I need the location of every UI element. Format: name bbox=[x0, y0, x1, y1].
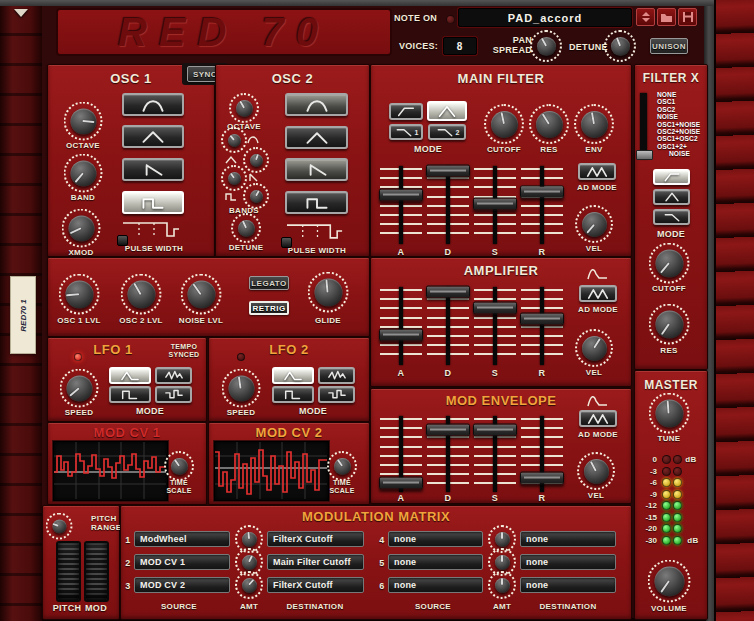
main-filter-cutoff-knob[interactable] bbox=[484, 104, 524, 144]
matrix-destination-select[interactable]: Main Filter Cutoff bbox=[267, 554, 364, 570]
matrix-source-select[interactable]: MOD CV 2 bbox=[134, 577, 230, 593]
lfo2-mode-triangle-button[interactable] bbox=[272, 367, 314, 384]
main-filter-mode-lowpass2-button[interactable]: 2 bbox=[428, 124, 466, 140]
slider-handle[interactable] bbox=[473, 302, 517, 315]
matrix-destination-select[interactable]: none bbox=[520, 554, 616, 570]
main-filter-ad-mode-button[interactable] bbox=[578, 163, 616, 180]
slider-handle[interactable] bbox=[473, 197, 517, 210]
lfo1-mode-square-button[interactable] bbox=[109, 386, 151, 403]
preset-spinner-button[interactable] bbox=[636, 8, 655, 26]
osc2-level-knob[interactable] bbox=[121, 274, 162, 315]
mod-wheel[interactable] bbox=[84, 541, 109, 602]
osc2-wave-saw-button[interactable] bbox=[285, 158, 348, 181]
osc1-xmod-knob[interactable] bbox=[62, 209, 101, 248]
main-filter-mode-lowpass1-button[interactable]: 1 bbox=[389, 124, 423, 140]
matrix-destination-select[interactable]: none bbox=[520, 531, 616, 547]
amp-attack-slider[interactable] bbox=[378, 289, 424, 363]
main-filter-attack-slider[interactable] bbox=[378, 168, 424, 242]
slider-handle[interactable] bbox=[379, 328, 423, 341]
mod-cv1-time-scale-knob[interactable] bbox=[164, 451, 194, 481]
main-filter-mode-highpass-button[interactable] bbox=[389, 103, 423, 120]
pitch-range-knob[interactable] bbox=[46, 513, 73, 540]
osc1-wave-saw-button[interactable] bbox=[122, 158, 184, 181]
menu-dropdown-icon[interactable] bbox=[14, 9, 28, 17]
mod-envelope-ad-mode-button[interactable] bbox=[579, 410, 617, 427]
mod-cv2-time-scale-knob[interactable] bbox=[327, 451, 357, 481]
matrix-destination-select[interactable]: none bbox=[520, 577, 616, 593]
osc1-wave-sine-button[interactable] bbox=[122, 93, 184, 116]
lfo1-mode-step-button[interactable] bbox=[155, 386, 192, 403]
matrix-source-select[interactable]: ModWheel bbox=[134, 531, 230, 547]
slider-handle[interactable] bbox=[379, 476, 423, 489]
main-filter-mode-bandpass-button[interactable] bbox=[427, 101, 467, 121]
unison-button[interactable]: UNISON bbox=[650, 38, 688, 54]
main-filter-env-knob[interactable] bbox=[574, 104, 614, 144]
mod-env-decay-slider[interactable] bbox=[425, 418, 471, 490]
filter-x-cutoff-knob[interactable] bbox=[649, 243, 690, 284]
matrix-destination-select[interactable]: FilterX Cutoff bbox=[267, 577, 364, 593]
filter-x-mode-bandpass-button[interactable] bbox=[653, 189, 690, 205]
amplifier-vel-knob[interactable] bbox=[575, 329, 613, 367]
slider-handle[interactable] bbox=[426, 423, 470, 436]
mod-env-release-slider[interactable] bbox=[519, 418, 565, 490]
noise-level-knob[interactable] bbox=[181, 274, 222, 315]
slider-handle[interactable] bbox=[520, 185, 564, 198]
lfo2-mode-step-button[interactable] bbox=[318, 386, 355, 403]
lfo1-mode-triangle-button[interactable] bbox=[109, 367, 151, 384]
matrix-source-select[interactable]: none bbox=[388, 531, 483, 547]
matrix-destination-select[interactable]: FilterX Cutoff bbox=[267, 531, 364, 547]
glide-knob[interactable] bbox=[308, 272, 349, 313]
lfo2-mode-random-button[interactable] bbox=[318, 367, 355, 384]
filter-x-mode-highpass-button[interactable] bbox=[653, 169, 690, 185]
filter-x-res-knob[interactable] bbox=[649, 304, 690, 345]
matrix-source-select[interactable]: none bbox=[388, 577, 483, 593]
master-volume-knob[interactable] bbox=[648, 560, 691, 603]
master-tune-knob[interactable] bbox=[649, 393, 690, 434]
pan-spread-knob[interactable] bbox=[530, 30, 562, 62]
retrig-button[interactable]: RETRIG bbox=[249, 301, 289, 315]
slider-handle[interactable] bbox=[473, 423, 517, 436]
mod-env-sustain-slider[interactable] bbox=[472, 418, 518, 490]
matrix-source-select[interactable]: none bbox=[388, 554, 483, 570]
amp-sustain-slider[interactable] bbox=[472, 289, 518, 363]
osc1-wave-square-button[interactable] bbox=[122, 191, 184, 214]
detune-knob[interactable] bbox=[604, 30, 636, 62]
osc2-band-triangle-knob[interactable] bbox=[243, 147, 269, 173]
osc2-band-saw-knob[interactable] bbox=[221, 165, 247, 191]
osc1-octave-knob[interactable] bbox=[64, 102, 103, 141]
osc2-detune-knob[interactable] bbox=[231, 213, 261, 243]
mod-env-attack-slider[interactable] bbox=[378, 418, 424, 490]
slider-handle[interactable] bbox=[426, 285, 470, 298]
lfo1-mode-random-button[interactable] bbox=[155, 367, 192, 384]
amp-decay-slider[interactable] bbox=[425, 289, 471, 363]
osc2-wave-triangle-button[interactable] bbox=[285, 126, 348, 149]
matrix-source-select[interactable]: MOD CV 1 bbox=[134, 554, 230, 570]
osc2-wave-square-button[interactable] bbox=[285, 191, 348, 214]
matrix-amt-knob[interactable] bbox=[235, 571, 263, 599]
main-filter-vel-knob[interactable] bbox=[575, 205, 613, 243]
osc1-level-knob[interactable] bbox=[59, 274, 100, 315]
load-preset-button[interactable] bbox=[657, 8, 676, 26]
osc2-band-sine-knob[interactable] bbox=[221, 127, 247, 153]
main-filter-sustain-slider[interactable] bbox=[472, 168, 518, 242]
mod-envelope-vel-knob[interactable] bbox=[577, 452, 615, 490]
osc1-band-knob[interactable] bbox=[64, 154, 103, 193]
filter-x-routing-slider-handle[interactable] bbox=[636, 150, 653, 160]
osc2-octave-knob[interactable] bbox=[229, 93, 259, 123]
preset-display[interactable]: PAD_accord bbox=[458, 8, 632, 27]
slider-handle[interactable] bbox=[379, 188, 423, 201]
pitch-wheel[interactable] bbox=[56, 541, 81, 602]
main-filter-res-knob[interactable] bbox=[529, 104, 569, 144]
matrix-amt-knob[interactable] bbox=[488, 571, 516, 599]
osc2-wave-sine-button[interactable] bbox=[285, 93, 348, 116]
legato-button[interactable]: LEGATO bbox=[249, 276, 289, 290]
slider-handle[interactable] bbox=[520, 472, 564, 485]
lfo1-speed-knob[interactable] bbox=[60, 369, 99, 408]
lfo2-speed-knob[interactable] bbox=[222, 369, 261, 408]
main-filter-decay-slider[interactable] bbox=[425, 168, 471, 242]
voices-value[interactable]: 8 bbox=[443, 37, 477, 55]
osc1-wave-triangle-button[interactable] bbox=[122, 125, 184, 148]
slider-handle[interactable] bbox=[426, 164, 470, 177]
lfo2-mode-square-button[interactable] bbox=[272, 386, 314, 403]
main-filter-release-slider[interactable] bbox=[519, 168, 565, 242]
